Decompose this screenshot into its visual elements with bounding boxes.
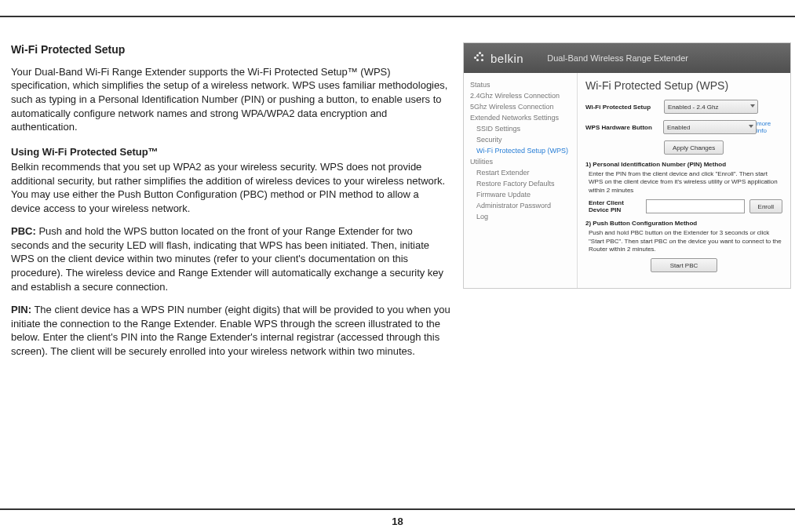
para-pbc: PBC: Push and hold the WPS button locate…	[11, 224, 450, 293]
client-pin-input[interactable]	[646, 199, 745, 213]
dropdown-wps-setup[interactable]: Enabled - 2.4 Ghz	[664, 100, 758, 114]
apply-changes-button[interactable]: Apply Changes	[664, 140, 724, 155]
dropdown-wps-setup-value: Enabled - 2.4 Ghz	[668, 104, 718, 111]
dropdown-wps-hw-value: Enabled	[667, 124, 690, 131]
label-pin: PIN:	[11, 304, 31, 315]
ui-sidebar: Status 2.4Ghz Wireless Connection 5Ghz W…	[464, 73, 578, 288]
section-pin-heading: 1) Personal Identification Number (PIN) …	[585, 161, 782, 168]
sidebar-item-24ghz[interactable]: 2.4Ghz Wireless Connection	[470, 90, 572, 101]
sidebar-item-wps[interactable]: Wi-Fi Protected Setup (WPS)	[470, 145, 572, 156]
belkin-logo-icon	[473, 51, 487, 65]
ui-main: Wi-Fi Protected Setup (WPS) Wi-Fi Protec…	[578, 73, 790, 288]
sidebar-item-restore[interactable]: Restore Factory Defaults	[470, 178, 572, 189]
label-wps-setup: Wi-Fi Protected Setup	[585, 104, 664, 111]
text-pin: The client device has a WPS PIN number (…	[11, 304, 450, 357]
sidebar-item-5ghz[interactable]: 5Ghz Wireless Connection	[470, 101, 572, 112]
section-pbc-heading: 2) Push Button Configuration Method	[585, 220, 782, 227]
sidebar-item-ssid[interactable]: SSID Settings	[470, 123, 572, 134]
para-using: Belkin recommends that you set up WPA2 a…	[11, 160, 450, 215]
label-pbc: PBC:	[11, 225, 36, 237]
article-body: Wi-Fi Protected Setup Your Dual-Band Wi-…	[11, 42, 450, 367]
top-rule	[0, 16, 795, 17]
sidebar-item-extended[interactable]: Extended Networks Settings	[470, 112, 572, 123]
section-pbc-text: Push and hold PBC button on the Extender…	[589, 229, 782, 253]
belkin-logo-text: belkin	[490, 52, 523, 65]
enroll-button[interactable]: Enroll	[749, 199, 782, 213]
dropdown-wps-hw[interactable]: Enabled	[663, 120, 757, 134]
sidebar-item-firmware[interactable]: Firmware Update	[470, 189, 572, 200]
section-pin-text: Enter the PIN from the client device and…	[589, 170, 782, 195]
para-pin: PIN: The client device has a WPS PIN num…	[11, 303, 450, 358]
belkin-logo: belkin	[473, 51, 523, 65]
sidebar-item-admin[interactable]: Administrator Password	[470, 200, 572, 211]
heading-wps: Wi-Fi Protected Setup	[11, 42, 450, 57]
ui-header-title: Dual-Band Wireless Range Extender	[547, 53, 688, 63]
link-more-info[interactable]: more info	[757, 120, 782, 134]
heading-using: Using Wi-Fi Protected Setup™	[11, 145, 450, 159]
label-client-pin: Enter Client Device PIN	[589, 199, 641, 213]
sidebar-item-restart[interactable]: Restart Extender	[470, 167, 572, 178]
page-number: 18	[0, 516, 795, 527]
sidebar-item-status[interactable]: Status	[470, 79, 572, 90]
bottom-rule	[0, 508, 795, 510]
start-pbc-button[interactable]: Start PBC	[651, 258, 718, 272]
label-wps-hw: WPS Hardware Button	[585, 124, 663, 131]
text-pbc: Push and hold the WPS button located on …	[11, 225, 443, 292]
sidebar-item-security[interactable]: Security	[470, 134, 572, 145]
router-ui-screenshot: belkin Dual-Band Wireless Range Extender…	[463, 42, 791, 289]
sidebar-item-utilities[interactable]: Utilities	[470, 156, 572, 167]
main-title: Wi-Fi Protected Setup (WPS)	[585, 79, 782, 92]
sidebar-item-log[interactable]: Log	[470, 211, 572, 222]
para-intro: Your Dual-Band Wi-Fi Range Extender supp…	[11, 65, 450, 134]
ui-header: belkin Dual-Band Wireless Range Extender	[464, 43, 790, 73]
